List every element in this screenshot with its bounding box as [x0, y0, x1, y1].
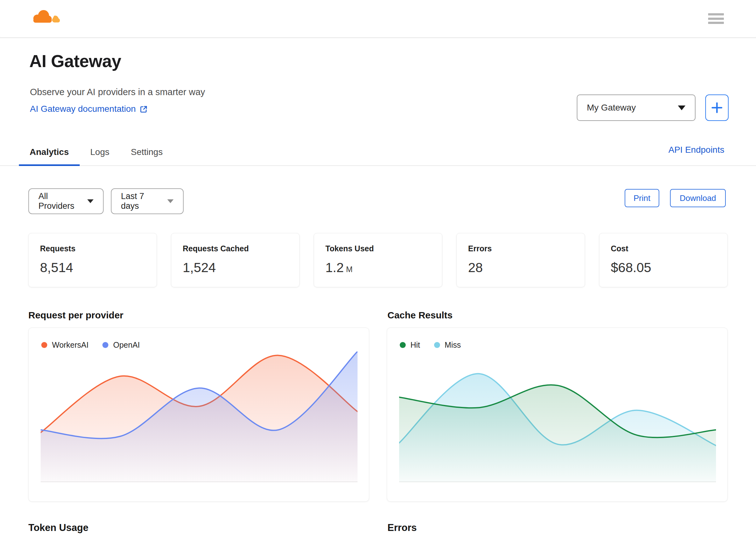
- stat-label: Tokens Used: [326, 244, 430, 253]
- stat-card-cost: Cost $68.05: [599, 233, 728, 287]
- stat-label: Errors: [468, 244, 573, 253]
- stat-label: Requests: [40, 244, 145, 253]
- stat-card-requests: Requests 8,514: [28, 233, 157, 287]
- chart-title-cache-results: Cache Results: [388, 310, 453, 320]
- chevron-down-icon: [87, 199, 93, 203]
- stat-value: $68.05: [611, 260, 651, 275]
- chevron-down-icon: [167, 199, 174, 203]
- request-per-provider-area-chart: [41, 352, 358, 482]
- chart-title-request-per-provider: Request per provider: [28, 310, 123, 320]
- stat-value: 1.2: [326, 260, 344, 275]
- tab-settings[interactable]: Settings: [120, 139, 173, 166]
- stat-value: 28: [468, 260, 483, 275]
- print-button[interactable]: Print: [625, 189, 659, 207]
- workersai-legend-dot: [41, 342, 47, 348]
- chart-title-errors: Errors: [388, 522, 417, 533]
- date-range-value: Last 7 days: [121, 191, 161, 211]
- date-range-dropdown[interactable]: Last 7 days: [111, 188, 184, 214]
- documentation-link[interactable]: AI Gateway documentation: [30, 104, 148, 114]
- plus-icon: [710, 101, 724, 114]
- dark-cloud: [33, 10, 52, 23]
- legend-item-miss[interactable]: Miss: [434, 340, 461, 350]
- tab-analytics[interactable]: Analytics: [19, 139, 80, 166]
- menu-icon[interactable]: [708, 13, 724, 24]
- hit-legend-dot: [400, 342, 406, 348]
- cache-results-chart-card: Hit Miss: [387, 327, 728, 502]
- provider-filter-value: All Providers: [38, 191, 81, 211]
- stat-value: 1,524: [183, 260, 216, 275]
- request-per-provider-chart-card: WorkersAI OpenAI: [28, 327, 369, 502]
- api-endpoints-link[interactable]: API Endpoints: [669, 145, 724, 155]
- chart-legend: Hit Miss: [400, 340, 461, 350]
- gateway-select-value: My Gateway: [587, 103, 636, 113]
- legend-item-workersai[interactable]: WorkersAI: [41, 340, 88, 350]
- tab-logs[interactable]: Logs: [80, 139, 120, 166]
- cache-results-area-chart: [399, 352, 716, 482]
- legend-label: Hit: [410, 340, 420, 350]
- legend-label: OpenAI: [113, 340, 140, 350]
- openai-legend-dot: [102, 342, 108, 348]
- provider-filter-dropdown[interactable]: All Providers: [28, 188, 104, 214]
- stat-label: Cost: [611, 244, 716, 253]
- stats-row: Requests 8,514 Requests Cached 1,524 Tok…: [28, 233, 728, 287]
- miss-legend-dot: [434, 342, 440, 348]
- chevron-down-icon: [678, 106, 685, 110]
- external-link-icon: [140, 105, 148, 114]
- documentation-link-label: AI Gateway documentation: [30, 104, 136, 114]
- legend-label: Miss: [445, 340, 461, 350]
- gateway-select[interactable]: My Gateway: [577, 94, 696, 121]
- cloudflare-logo-icon[interactable]: [30, 8, 61, 25]
- legend-label: WorkersAI: [52, 340, 88, 350]
- tab-bar: Analytics Logs Settings: [19, 139, 173, 166]
- stat-card-errors: Errors 28: [457, 233, 585, 287]
- legend-item-openai[interactable]: OpenAI: [102, 340, 140, 350]
- add-gateway-button[interactable]: [705, 94, 729, 121]
- chart-title-token-usage: Token Usage: [28, 522, 88, 533]
- stat-value: 8,514: [40, 260, 73, 275]
- page-subtitle: Observe your AI providers in a smarter w…: [30, 87, 205, 97]
- stat-card-tokens-used: Tokens Used 1.2M: [314, 233, 442, 287]
- stat-label: Requests Cached: [183, 244, 288, 253]
- legend-item-hit[interactable]: Hit: [400, 340, 420, 350]
- stat-suffix: M: [346, 265, 353, 274]
- chart-legend: WorkersAI OpenAI: [41, 340, 140, 350]
- stat-card-requests-cached: Requests Cached 1,524: [171, 233, 299, 287]
- page-title: AI Gateway: [29, 51, 121, 71]
- ai-gateway-page: AI Gateway Observe your AI providers in …: [0, 0, 756, 536]
- download-button[interactable]: Download: [670, 189, 726, 207]
- topbar: [0, 0, 756, 38]
